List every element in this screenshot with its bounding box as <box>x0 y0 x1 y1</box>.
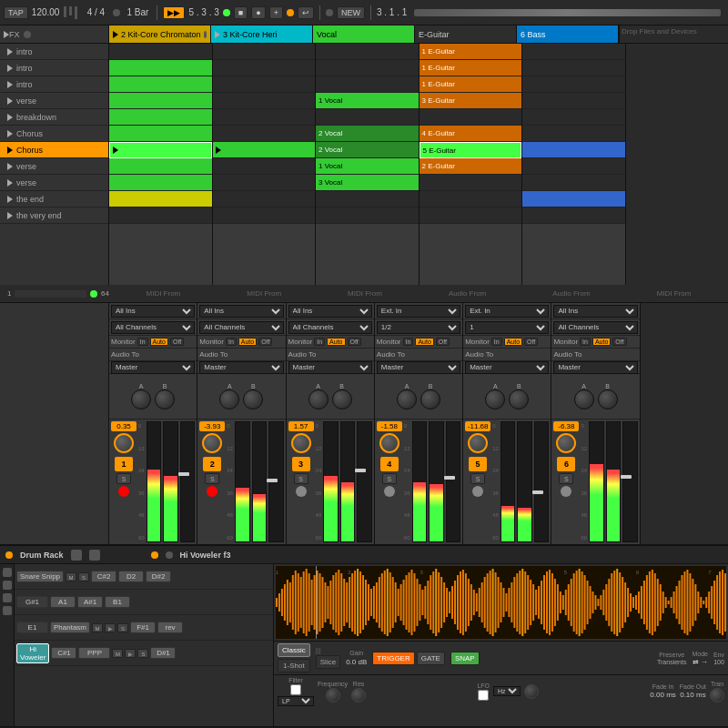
clip-cell[interactable] <box>213 126 316 142</box>
fader-handle-3[interactable] <box>355 469 366 472</box>
classic-mode-btn[interactable]: Classic <box>278 643 310 657</box>
audio-to-select-6[interactable]: Master <box>553 361 637 374</box>
filter-select[interactable]: LP <box>278 696 314 706</box>
record-arm-btn-4[interactable] <box>384 486 395 497</box>
track-header-3[interactable]: Vocal <box>313 25 415 43</box>
stop-button[interactable]: ■ <box>234 6 248 19</box>
track-num-1[interactable]: 1 <box>115 457 133 471</box>
lfo-checkbox[interactable] <box>478 690 489 701</box>
monitor-auto-btn[interactable]: Auto <box>150 338 168 346</box>
clip-cell[interactable]: 2 E-Guitar <box>420 158 522 175</box>
back-button[interactable]: ↩ <box>298 6 314 19</box>
drum-pad-ds2[interactable]: D#2 <box>146 571 171 582</box>
position-scrubber[interactable] <box>414 9 721 16</box>
send-b-knob-1[interactable] <box>155 389 175 410</box>
monitor-auto-btn-4[interactable]: Auto <box>415 338 433 346</box>
drum-pad-fs1[interactable]: F#1 <box>130 622 156 633</box>
clip-cell[interactable]: 2 Vocal <box>316 142 419 158</box>
monitor-off-btn-2[interactable]: Off <box>258 338 272 346</box>
audio-to-select-1[interactable]: Master <box>111 361 195 374</box>
clip-cell[interactable] <box>213 76 316 93</box>
vol-knob-3[interactable] <box>291 433 311 453</box>
gate-btn[interactable]: GATE <box>417 652 445 665</box>
track-num-3[interactable]: 3 <box>292 457 310 471</box>
vol-knob-5[interactable] <box>468 433 488 453</box>
solo-btn-3[interactable]: S <box>294 473 308 484</box>
clip-cell[interactable] <box>316 191 419 207</box>
record-arm-btn-5[interactable] <box>472 486 483 497</box>
drum-pad-ds1[interactable]: D#1 <box>150 647 176 659</box>
s-pad-btn[interactable]: S <box>137 649 148 658</box>
track-header-5[interactable]: 6 Bass <box>517 25 619 43</box>
clip-cell[interactable] <box>522 76 625 93</box>
clip-cell[interactable] <box>522 109 625 126</box>
audio-to-select-4[interactable]: Master <box>377 361 460 374</box>
oneshot-mode-btn[interactable]: 1-Shot <box>278 659 310 672</box>
scene-verse-2[interactable]: verse <box>0 158 108 175</box>
s-pad-btn[interactable]: S <box>117 623 128 632</box>
fader-track-6[interactable] <box>622 421 638 542</box>
position-display[interactable]: 5 . 3 . 3 <box>188 7 218 17</box>
trigger-btn[interactable]: TRIGGER <box>372 652 414 665</box>
clip-cell[interactable] <box>213 142 316 158</box>
drum-rack-btn1[interactable] <box>71 550 82 561</box>
monitor-auto-btn-6[interactable]: Auto <box>592 338 611 346</box>
scene-breakdown[interactable]: breakdown <box>0 109 108 126</box>
monitor-in-btn-2[interactable]: In <box>226 338 237 346</box>
channels-select-5[interactable]: 1 <box>465 321 549 334</box>
clip-cell[interactable] <box>213 158 316 175</box>
vol-knob-6[interactable] <box>556 433 576 453</box>
send-b-knob-2[interactable] <box>243 389 263 410</box>
drum-rack-btn2[interactable] <box>89 550 100 561</box>
monitor-off-btn-4[interactable]: Off <box>436 338 450 346</box>
drum-pad-rev[interactable]: rev <box>157 622 183 633</box>
mode-icon-2[interactable]: → <box>701 658 708 666</box>
channels-select-1[interactable]: All Channels <box>111 321 195 334</box>
drum-pad-as1[interactable]: A#1 <box>77 596 103 608</box>
track-header-2[interactable]: 3 Kit-Core Heri <box>211 25 313 43</box>
lfo-rate-knob[interactable] <box>524 684 539 699</box>
track-header-1[interactable]: 2 Kit-Core Chromaton <box>109 25 211 43</box>
drum-pad-ppp[interactable]: PPP <box>78 647 110 659</box>
nav-icon-1[interactable] <box>3 568 12 577</box>
clip-cell[interactable] <box>522 158 625 175</box>
clip-cell[interactable] <box>522 44 625 60</box>
clip-cell[interactable] <box>522 142 625 158</box>
clip-cell[interactable] <box>109 158 212 175</box>
clip-cell[interactable] <box>316 76 419 93</box>
mode-icon-1[interactable]: ⇄ <box>693 658 699 666</box>
scene-verse-3[interactable]: verse <box>0 175 108 191</box>
record-arm-btn-1[interactable] <box>118 486 129 497</box>
vol-knob-1[interactable] <box>114 433 134 453</box>
play-pad-btn[interactable]: ▶ <box>125 649 136 658</box>
fader-track-4[interactable] <box>446 421 461 542</box>
clip-cell[interactable]: 1 Vocal <box>316 158 419 175</box>
fader-track-3[interactable] <box>357 421 372 542</box>
clip-cell[interactable] <box>522 191 625 207</box>
clip-cell[interactable] <box>316 60 419 76</box>
clip-cell[interactable] <box>109 76 212 93</box>
scene-verse-1[interactable]: verse <box>0 93 108 109</box>
track-num-2[interactable]: 2 <box>203 457 221 471</box>
mute-btn[interactable]: M <box>112 649 123 658</box>
freq-knob[interactable] <box>326 688 340 703</box>
mute-btn[interactable]: M <box>92 623 103 632</box>
audio-to-select-2[interactable]: Master <box>199 361 283 374</box>
fader-handle-1[interactable] <box>178 472 189 476</box>
clip-cell[interactable] <box>213 175 316 191</box>
clip-cell[interactable]: 1 E-Guitar <box>420 60 522 76</box>
clip-cell[interactable] <box>109 191 212 207</box>
clip-cell[interactable] <box>109 175 212 191</box>
channels-select-2[interactable]: All Channels <box>199 321 283 334</box>
clip-cell[interactable] <box>109 109 212 126</box>
plus-button[interactable]: + <box>269 6 283 19</box>
vol-knob-4[interactable] <box>379 433 399 453</box>
tap-button[interactable]: TAP <box>4 6 28 19</box>
drum-pad-snare[interactable]: Snare Snipp <box>16 571 64 582</box>
track-num-5[interactable]: 5 <box>469 457 487 471</box>
monitor-in-btn[interactable]: In <box>137 338 148 346</box>
monitor-off-btn[interactable]: Off <box>170 338 184 346</box>
midi-from-select-6[interactable]: All Ins <box>553 305 637 318</box>
snap-btn[interactable]: SNAP <box>450 652 480 665</box>
clip-cell[interactable]: 1 E-Guitar <box>420 76 522 93</box>
